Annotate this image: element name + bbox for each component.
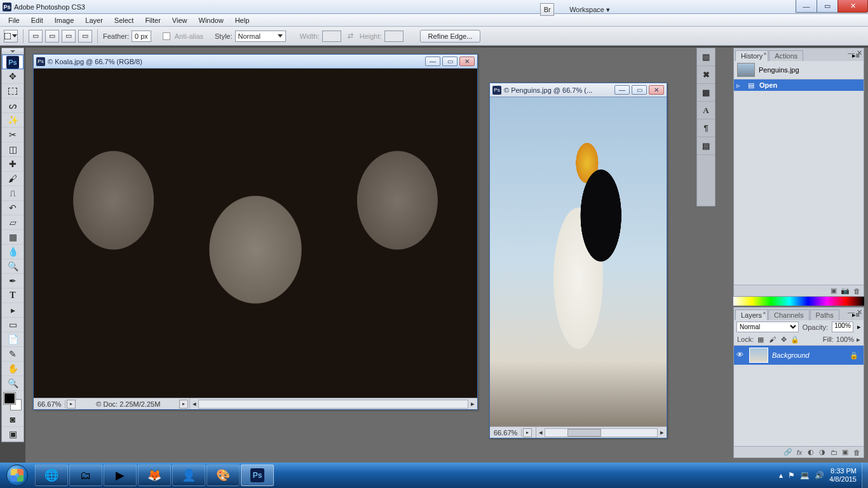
lock-paint-icon[interactable]: 🖌 (768, 335, 776, 344)
tray-clock[interactable]: 8:33 PM 4/8/2015 (829, 467, 857, 484)
tab-history[interactable]: History✕ (735, 50, 768, 61)
doc-canvas-penguins[interactable] (490, 97, 667, 426)
healing-tool[interactable]: ✚ (2, 157, 24, 172)
color-collapsed-icon[interactable]: ✖ (697, 66, 715, 84)
doc-maximize-button[interactable]: ▭ (442, 57, 458, 66)
opacity-input[interactable]: 100% (832, 322, 853, 332)
subtract-selection-button[interactable]: ▭ (62, 30, 76, 43)
scroll-right-button[interactable]: ▸ (468, 400, 477, 408)
marquee-tool[interactable] (2, 84, 24, 98)
blend-mode-select[interactable]: Normal (736, 322, 799, 332)
panel-close-icon[interactable]: ✕ (857, 49, 862, 57)
layer-mask-icon[interactable]: ◐ (806, 448, 816, 457)
new-document-from-state-icon[interactable]: ▣ (829, 287, 839, 295)
doc-close-button[interactable]: ✕ (459, 57, 475, 66)
tab-layers[interactable]: Layers✕ (735, 309, 768, 320)
menu-edit[interactable]: Edit (25, 15, 49, 25)
scroll-left-button[interactable]: ◂ (189, 398, 198, 409)
doc-minimize-button[interactable]: — (614, 85, 630, 95)
color-ramp-strip[interactable] (733, 297, 864, 306)
zoom-tool[interactable]: 🔍 (2, 376, 24, 391)
move-tool[interactable]: ✥ (2, 69, 24, 84)
window-minimize-button[interactable]: — (796, 0, 817, 13)
doc-titlebar-koala[interactable]: Ps © Koala.jpg @ 66.7% (RGB/8) — ▭ ✕ (34, 55, 477, 69)
eraser-tool[interactable]: ▱ (2, 215, 24, 230)
taskbar-firefox[interactable]: 🦊 (138, 464, 171, 486)
tray-volume-icon[interactable]: 🔊 (815, 471, 824, 480)
navigator-collapsed-icon[interactable]: ▥ (697, 48, 715, 66)
taskbar-paint[interactable]: 🎨 (207, 464, 240, 486)
intersect-selection-button[interactable]: ▭ (78, 30, 92, 43)
notes-tool[interactable]: 📄 (2, 332, 24, 347)
color-swatches[interactable] (2, 391, 24, 412)
taskbar-ie[interactable]: 🌐 (35, 464, 68, 486)
swatches-collapsed-icon[interactable]: ▦ (697, 84, 715, 102)
window-maximize-button[interactable]: ▭ (817, 0, 838, 13)
doc-titlebar-penguins[interactable]: Ps © Penguins.jpg @ 66.7% (... — ▭ ✕ (490, 83, 667, 97)
window-close-button[interactable]: ✕ (837, 0, 868, 13)
screen-mode-button[interactable]: ▣ (2, 427, 24, 442)
styles-collapsed-icon[interactable]: ▤ (697, 137, 715, 155)
lock-all-icon[interactable]: 🔒 (790, 335, 799, 344)
link-layers-icon[interactable]: 🔗 (783, 448, 793, 457)
fill-input[interactable]: 100% (836, 336, 854, 343)
history-state-open[interactable]: ▹ ▤ Open (734, 79, 864, 91)
foreground-color-swatch[interactable] (4, 393, 15, 404)
type-tool[interactable]: T (2, 288, 24, 303)
shape-tool[interactable]: ▭ (2, 318, 24, 332)
taskbar-photoshop[interactable]: Ps (241, 464, 274, 486)
doc-minimize-button[interactable]: — (425, 57, 440, 66)
scroll-right-button[interactable]: ▸ (658, 428, 667, 437)
layer-name[interactable]: Background (772, 351, 810, 359)
panel-minimize-icon[interactable]: — (848, 49, 855, 57)
tab-close-icon[interactable]: ✕ (763, 311, 766, 316)
lock-transparency-icon[interactable]: ▦ (756, 335, 765, 344)
tray-flag-icon[interactable]: ⚑ (788, 471, 795, 480)
menu-layer[interactable]: Layer (79, 15, 109, 25)
panel-minimize-icon[interactable]: — (848, 308, 855, 316)
style-select[interactable]: Normal (235, 30, 286, 42)
slice-tool[interactable]: ◫ (2, 142, 24, 157)
layer-group-icon[interactable]: 🗀 (829, 448, 839, 457)
doc-zoom-koala[interactable]: 66.67% (34, 400, 65, 408)
menu-image[interactable]: Image (49, 15, 80, 25)
layer-row-background[interactable]: 👁 Background 🔒 (734, 346, 864, 365)
quick-mask-button[interactable]: ◙ (2, 412, 24, 427)
refine-edge-button[interactable]: Refine Edge... (420, 30, 481, 43)
menu-window[interactable]: Window (193, 15, 229, 25)
lasso-tool[interactable]: ᔕ (2, 98, 24, 113)
lock-position-icon[interactable]: ✥ (779, 335, 788, 344)
layer-visibility-icon[interactable]: 👁 (736, 351, 745, 360)
show-desktop-button[interactable] (862, 463, 868, 488)
adjustment-layer-icon[interactable]: ◑ (817, 448, 827, 457)
status-menu-icon[interactable]: ▸ (67, 400, 76, 409)
start-button[interactable] (0, 463, 34, 488)
h-scrollbar[interactable] (198, 400, 468, 409)
eyedropper-tool[interactable]: ✎ (2, 347, 24, 362)
tool-preset-picker[interactable] (4, 30, 18, 43)
blur-tool[interactable]: 💧 (2, 245, 24, 259)
status-arrow-icon[interactable]: ▸ (179, 400, 188, 409)
new-layer-icon[interactable]: ▣ (840, 448, 850, 457)
dodge-tool[interactable]: 🔍 (2, 259, 24, 274)
menu-help[interactable]: Help (229, 15, 255, 25)
menu-view[interactable]: View (166, 15, 193, 25)
doc-close-button[interactable]: ✕ (649, 85, 664, 95)
opacity-arrow-icon[interactable]: ▸ (857, 323, 861, 331)
pen-tool[interactable]: ✒ (2, 274, 24, 288)
layer-thumbnail[interactable] (749, 348, 768, 363)
delete-layer-icon[interactable]: 🗑 (851, 448, 862, 457)
palette-grip[interactable] (2, 48, 24, 55)
panel-close-icon[interactable]: ✕ (857, 308, 862, 316)
new-selection-button[interactable]: ▭ (29, 30, 43, 43)
gradient-tool[interactable]: ▦ (2, 230, 24, 245)
menu-select[interactable]: Select (109, 15, 140, 25)
crop-tool[interactable]: ✂ (2, 128, 24, 142)
h-scrollbar[interactable] (545, 428, 658, 437)
stamp-tool[interactable]: ⎍ (2, 186, 24, 201)
taskbar-explorer[interactable]: 🗂 (69, 464, 102, 486)
history-source[interactable]: Penguins.jpg (734, 61, 864, 79)
doc-zoom-penguins[interactable]: 66.67% (490, 429, 522, 437)
tab-close-icon[interactable]: ✕ (763, 51, 767, 57)
character-collapsed-icon[interactable]: A (697, 102, 715, 119)
